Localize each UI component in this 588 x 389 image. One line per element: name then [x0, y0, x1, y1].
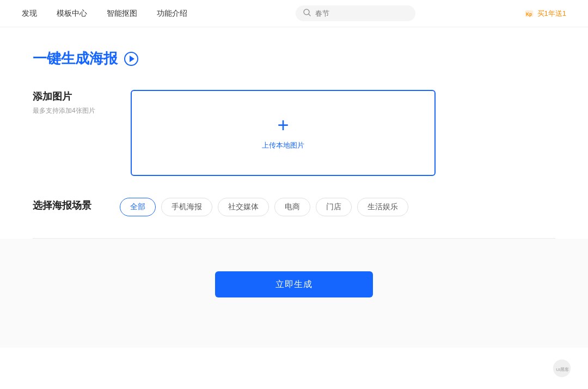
scene-selector-label: 选择海报场景: [33, 199, 98, 215]
search-icon: [303, 9, 311, 18]
upload-label: 上传本地图片: [262, 141, 304, 150]
scene-tab-entertainment[interactable]: 生活娱乐: [357, 198, 408, 216]
upload-plus-icon: +: [277, 116, 289, 135]
nav-item-discover[interactable]: 发现: [22, 9, 37, 19]
page-title: 一键生成海报: [33, 49, 118, 68]
main-nav: 发现 模板中心 智能抠图 功能介绍: [22, 9, 187, 19]
svg-text:Kp: Kp: [526, 11, 532, 16]
generate-button[interactable]: 立即生成: [215, 271, 373, 297]
page-title-row: 一键生成海报: [33, 49, 555, 68]
scene-tab-all[interactable]: 全部: [120, 198, 156, 216]
scene-selector-section: 选择海报场景 全部 手机海报 社交媒体 电商 门店 生活娱乐: [33, 198, 555, 216]
nav-item-templates[interactable]: 模板中心: [57, 9, 87, 19]
svg-line-1: [309, 14, 310, 16]
scene-tabs: 全部 手机海报 社交媒体 电商 门店 生活娱乐: [120, 198, 408, 216]
header-promo: Kp 买1年送1: [524, 9, 566, 19]
scene-tab-mobile[interactable]: 手机海报: [161, 198, 212, 216]
nav-item-cutout[interactable]: 智能抠图: [107, 9, 137, 19]
header: 发现 模板中心 智能抠图 功能介绍 Kp 买1年送1: [0, 0, 588, 27]
bottom-section: 立即生成: [0, 239, 588, 348]
upload-box[interactable]: + 上传本地图片: [131, 90, 436, 176]
main-content: 一键生成海报 添加图片 最多支持添加4张图片 + 上传本地图片 选择海报场景 全…: [0, 27, 588, 239]
scene-selector-title: 选择海报场景: [33, 199, 98, 212]
add-image-title: 添加图片: [33, 90, 98, 103]
scene-tab-social[interactable]: 社交媒体: [218, 198, 269, 216]
promo-text[interactable]: 买1年送1: [537, 9, 566, 19]
add-image-section: 添加图片 最多支持添加4张图片 + 上传本地图片: [33, 90, 555, 176]
search-bar[interactable]: [296, 5, 415, 21]
scene-tab-store[interactable]: 门店: [316, 198, 352, 216]
nav-item-features[interactable]: 功能介绍: [157, 9, 187, 19]
promo-logo-icon: Kp: [524, 9, 534, 19]
play-tutorial-button[interactable]: [124, 52, 138, 66]
add-image-subtitle: 最多支持添加4张图片: [33, 106, 98, 116]
add-image-label: 添加图片 最多支持添加4张图片: [33, 90, 98, 116]
play-triangle-icon: [130, 56, 134, 62]
search-input[interactable]: [315, 9, 408, 17]
scene-tab-ecommerce[interactable]: 电商: [274, 198, 310, 216]
